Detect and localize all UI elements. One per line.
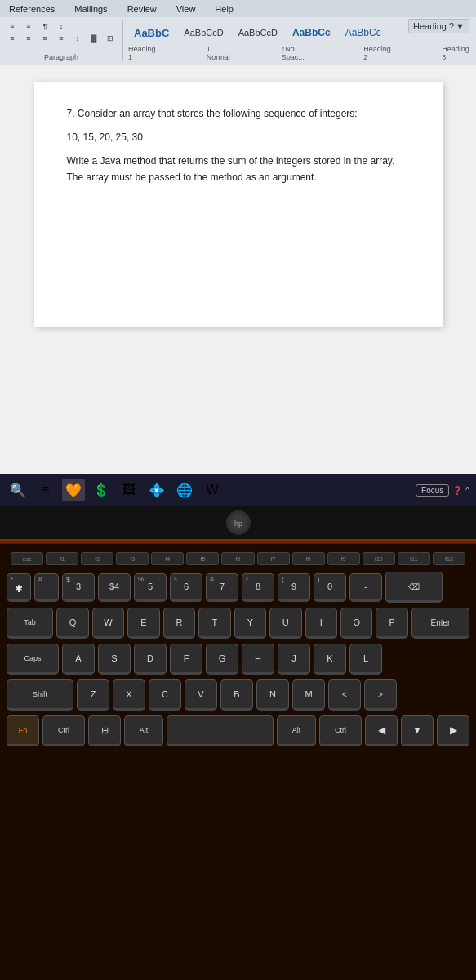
key-p[interactable]: P bbox=[376, 608, 407, 639]
key-a[interactable]: A bbox=[62, 644, 95, 675]
sort-button[interactable]: ↕ bbox=[54, 20, 69, 32]
key-w[interactable]: W bbox=[92, 608, 124, 639]
f2-key[interactable]: f2 bbox=[81, 552, 113, 565]
key-hash[interactable]: # bbox=[34, 573, 59, 602]
key-i[interactable]: I bbox=[305, 608, 337, 639]
tab-mailings[interactable]: Mailings bbox=[69, 2, 112, 16]
key-r[interactable]: R bbox=[163, 608, 195, 639]
heading-badge[interactable]: Heading ? ▼ bbox=[408, 19, 469, 33]
f6-key[interactable]: f6 bbox=[221, 552, 254, 565]
key-k[interactable]: K bbox=[314, 644, 346, 675]
left-shift-key[interactable]: Shift bbox=[7, 679, 73, 710]
f1-key[interactable]: f1 bbox=[46, 552, 78, 565]
key-4[interactable]: $4 bbox=[98, 573, 131, 602]
key-q[interactable]: Q bbox=[56, 608, 88, 639]
border-button[interactable]: ⊡ bbox=[103, 33, 118, 44]
f10-key[interactable]: f10 bbox=[363, 552, 395, 565]
indent-decrease-button[interactable]: ≡ bbox=[5, 20, 20, 32]
focus-button[interactable]: Focus bbox=[416, 484, 449, 497]
style-aabbcd-button[interactable]: AaBbCcD bbox=[178, 25, 229, 40]
key-v[interactable]: V bbox=[185, 679, 217, 710]
tab-key[interactable]: Tab bbox=[7, 608, 53, 639]
f7-key[interactable]: f7 bbox=[257, 552, 290, 565]
key-u[interactable]: U bbox=[269, 608, 301, 639]
style-aabbc-button[interactable]: AaBbC bbox=[128, 24, 175, 42]
style-aabbcc-button[interactable]: AaBbCc bbox=[340, 24, 387, 41]
align-center-button[interactable]: ≡ bbox=[21, 33, 36, 44]
taskbar-caret-icon: ^ bbox=[465, 486, 469, 495]
key-paren0[interactable]: ) 0 bbox=[314, 573, 346, 602]
key-3[interactable]: $ 3 bbox=[62, 573, 95, 602]
start-button[interactable]: ≡ bbox=[34, 479, 57, 501]
key-t[interactable]: T bbox=[198, 608, 230, 639]
style-aabbccd-button[interactable]: AaBbCcD bbox=[233, 25, 283, 40]
taskbar-icon-4[interactable]: 💠 bbox=[145, 479, 168, 501]
fn-key[interactable]: Fn bbox=[7, 715, 39, 746]
f3-key[interactable]: f3 bbox=[116, 552, 149, 565]
key-amp-7[interactable]: & 7 bbox=[206, 573, 238, 602]
key-g[interactable]: G bbox=[206, 644, 238, 675]
windows-key[interactable]: ⊞ bbox=[88, 715, 121, 746]
line-spacing-button[interactable]: ↕ bbox=[70, 33, 85, 44]
key-percent-5[interactable]: % 5 bbox=[134, 573, 167, 602]
tab-review[interactable]: Review bbox=[122, 2, 162, 16]
f12-key[interactable]: f12 bbox=[433, 552, 465, 565]
f4-key[interactable]: f4 bbox=[151, 552, 184, 565]
style-aabbcc-bold-button[interactable]: AaBbCc bbox=[287, 24, 336, 41]
f8-key[interactable]: f8 bbox=[292, 552, 325, 565]
tab-help[interactable]: Help bbox=[210, 2, 238, 16]
key-o[interactable]: O bbox=[340, 608, 372, 639]
f11-key[interactable]: f11 bbox=[398, 552, 430, 565]
left-ctrl-key[interactable]: Ctrl bbox=[42, 715, 85, 746]
key-e[interactable]: E bbox=[127, 608, 159, 639]
key-f[interactable]: F bbox=[170, 644, 202, 675]
taskbar-icon-3[interactable]: 🖼 bbox=[118, 479, 140, 501]
taskbar-icon-6[interactable]: W bbox=[201, 479, 224, 501]
key-d[interactable]: D bbox=[134, 644, 167, 675]
taskbar-icon-2[interactable]: 💲 bbox=[90, 479, 113, 501]
tab-references[interactable]: References bbox=[4, 2, 60, 16]
down-arrow-key[interactable]: ▼ bbox=[401, 715, 434, 746]
space-key[interactable] bbox=[167, 715, 274, 746]
key-star-8[interactable]: * 8 bbox=[242, 573, 274, 602]
taskbar-icon-1[interactable]: 🧡 bbox=[62, 479, 85, 501]
key-minus[interactable]: - bbox=[349, 573, 382, 602]
key-paren9[interactable]: ( 9 bbox=[278, 573, 310, 602]
key-period[interactable]: > bbox=[364, 679, 397, 710]
search-taskbar-button[interactable]: 🔍 bbox=[7, 479, 29, 501]
key-n[interactable]: N bbox=[256, 679, 289, 710]
caps-lock-key[interactable]: Caps bbox=[7, 644, 59, 675]
key-y[interactable]: Y bbox=[234, 608, 266, 639]
f5-key[interactable]: f5 bbox=[186, 552, 219, 565]
tab-view[interactable]: View bbox=[171, 2, 201, 16]
key-m[interactable]: M bbox=[292, 679, 325, 710]
key-j[interactable]: J bbox=[278, 644, 310, 675]
right-ctrl-key[interactable]: Ctrl bbox=[319, 715, 362, 746]
right-alt-key[interactable]: Alt bbox=[277, 715, 316, 746]
f9-key[interactable]: f9 bbox=[327, 552, 360, 565]
align-justify-button[interactable]: ≡ bbox=[54, 33, 69, 44]
enter-key[interactable]: Enter bbox=[411, 608, 469, 639]
paragraph-format-button[interactable]: ¶ bbox=[38, 20, 52, 32]
key-h[interactable]: H bbox=[242, 644, 274, 675]
key-asterisk[interactable]: * ✱ bbox=[7, 573, 31, 602]
key-comma[interactable]: < bbox=[328, 679, 361, 710]
left-arrow-key[interactable]: ◀ bbox=[365, 715, 398, 746]
key-b[interactable]: B bbox=[220, 679, 253, 710]
key-x[interactable]: X bbox=[113, 679, 145, 710]
esc-key[interactable]: esc bbox=[11, 552, 43, 565]
key-s[interactable]: S bbox=[98, 644, 131, 675]
taskbar-question-icon[interactable]: ❓ bbox=[452, 486, 462, 495]
right-arrow-key[interactable]: ▶ bbox=[437, 715, 469, 746]
align-right-button[interactable]: ≡ bbox=[38, 33, 52, 44]
backspace-key[interactable]: ⌫ bbox=[385, 572, 443, 603]
key-caret-6[interactable]: ^ 6 bbox=[170, 573, 202, 602]
key-z[interactable]: Z bbox=[77, 679, 109, 710]
indent-increase-button[interactable]: ≡ bbox=[21, 20, 36, 32]
shading-button[interactable]: ▓ bbox=[87, 33, 101, 44]
key-c[interactable]: C bbox=[149, 679, 181, 710]
key-l[interactable]: L bbox=[349, 644, 382, 675]
left-alt-key[interactable]: Alt bbox=[124, 715, 163, 746]
align-left-button[interactable]: ≡ bbox=[5, 33, 20, 44]
taskbar-icon-5[interactable]: 🌐 bbox=[173, 479, 196, 501]
